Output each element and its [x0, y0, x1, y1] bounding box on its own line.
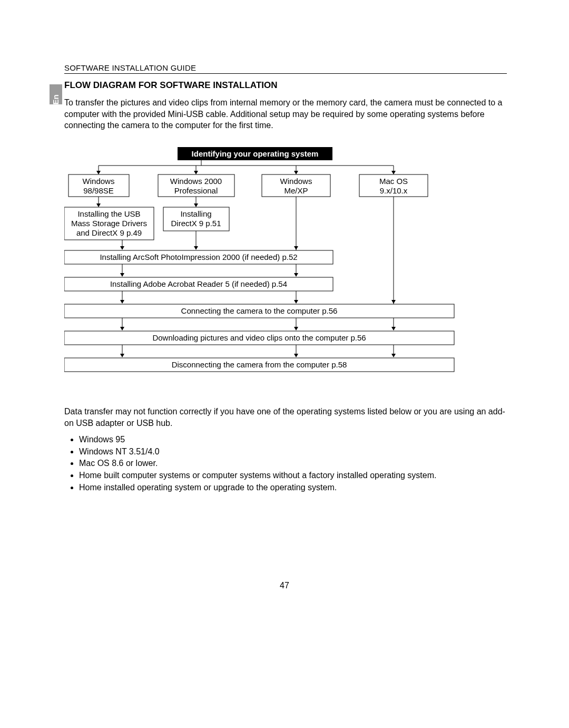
- arrow: [96, 166, 101, 174]
- arrow: [391, 300, 396, 304]
- list-item: Windows NT 3.51/4.0: [79, 446, 506, 458]
- svg-text:Downloading pictures and video: Downloading pictures and video clips ont…: [152, 333, 366, 342]
- arrow: [120, 318, 124, 331]
- arrow: [194, 231, 198, 250]
- language-tab: En: [50, 84, 62, 104]
- svg-text:Installing: Installing: [180, 209, 211, 218]
- arrow: [294, 264, 298, 277]
- svg-text:98/98SE: 98/98SE: [83, 186, 114, 195]
- arrow: [294, 246, 298, 250]
- svg-text:Mac OS: Mac OS: [379, 177, 408, 186]
- svg-text:Windows: Windows: [83, 177, 115, 186]
- arrow: [194, 166, 198, 174]
- language-tab-text: En: [51, 92, 60, 105]
- page-number: 47: [0, 581, 569, 590]
- section-title: FLOW DIAGRAM FOR SOFTWARE INSTALLATION: [64, 80, 507, 91]
- svg-text:9.x/10.x: 9.x/10.x: [380, 186, 408, 195]
- svg-text:Installing Adobe Acrobat Reade: Installing Adobe Acrobat Reader 5 (if ne…: [110, 279, 287, 288]
- svg-text:and DirectX 9 p.49: and DirectX 9 p.49: [76, 228, 142, 237]
- arrow: [391, 345, 396, 357]
- arrow: [294, 291, 298, 304]
- svg-text:Me/XP: Me/XP: [284, 186, 308, 195]
- arrow: [120, 291, 124, 304]
- list-item: Mac OS 8.6 or lower.: [79, 458, 506, 469]
- svg-text:Professional: Professional: [174, 186, 218, 195]
- svg-text:Installing the USB: Installing the USB: [77, 209, 140, 218]
- list-item: Home installed operating system or upgra…: [79, 482, 506, 493]
- arrow: [120, 345, 124, 357]
- arrow: [120, 240, 124, 250]
- arrow: [391, 318, 396, 331]
- arrow: [294, 166, 298, 174]
- svg-text:Mass Storage Drivers: Mass Storage Drivers: [71, 219, 147, 228]
- arrow: [96, 197, 101, 207]
- flow-diagram: Identifying your operating system Window…: [64, 147, 507, 390]
- unsupported-list: Windows 95 Windows NT 3.51/4.0 Mac OS 8.…: [79, 434, 506, 493]
- svg-text:Connecting the camera to the c: Connecting the camera to the computer p.…: [181, 306, 338, 315]
- after-paragraph: Data transfer may not function correctly…: [64, 406, 506, 429]
- running-header: SOFTWARE INSTALLATION GUIDE: [64, 63, 507, 74]
- arrow: [294, 345, 298, 357]
- list-item: Windows 95: [79, 434, 506, 445]
- page-content: SOFTWARE INSTALLATION GUIDE FLOW DIAGRAM…: [64, 63, 507, 390]
- svg-text:Windows: Windows: [280, 177, 312, 186]
- svg-text:Windows 2000: Windows 2000: [170, 177, 222, 186]
- after-diagram-section: Data transfer may not function correctly…: [64, 406, 506, 493]
- arrow: [120, 264, 124, 277]
- svg-text:Disconnecting the camera from : Disconnecting the camera from the comput…: [172, 360, 347, 369]
- arrow: [294, 318, 298, 331]
- arrow: [194, 197, 198, 207]
- arrow: [391, 166, 396, 174]
- diagram-header-text: Identifying your operating system: [192, 149, 319, 158]
- list-item: Home built computer systems or computer …: [79, 470, 506, 481]
- svg-text:Installing ArcSoft PhotoImpres: Installing ArcSoft PhotoImpression 2000 …: [100, 253, 297, 261]
- intro-paragraph: To transfer the pictures and video clips…: [64, 97, 507, 131]
- svg-text:DirectX 9 p.51: DirectX 9 p.51: [171, 219, 221, 228]
